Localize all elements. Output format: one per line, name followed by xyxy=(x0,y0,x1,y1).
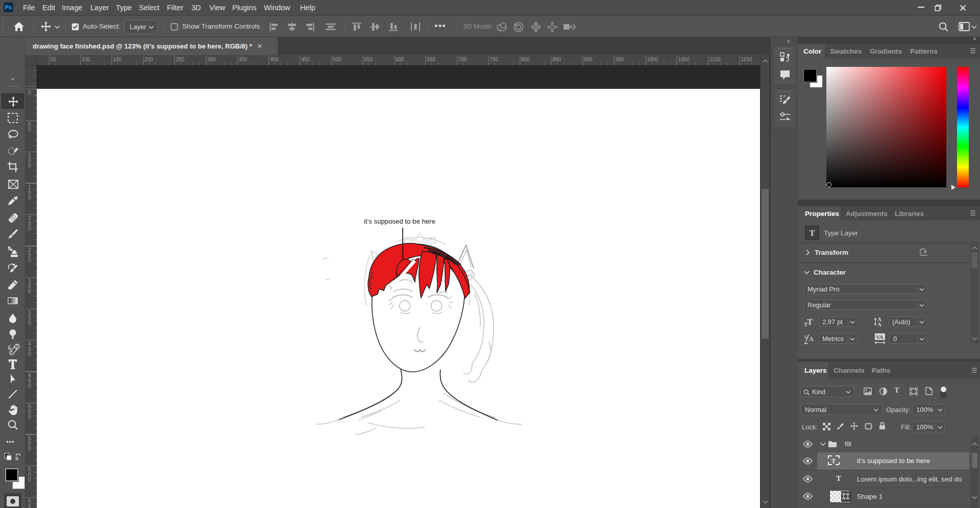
svg-text:A: A xyxy=(809,335,814,343)
svg-text:it’s supposed to be here: it’s supposed to be here xyxy=(364,217,435,225)
svg-text:T: T xyxy=(807,318,813,327)
svg-text:T: T xyxy=(831,457,836,465)
svg-text:VA: VA xyxy=(876,334,884,340)
svg-text:A: A xyxy=(877,321,881,327)
